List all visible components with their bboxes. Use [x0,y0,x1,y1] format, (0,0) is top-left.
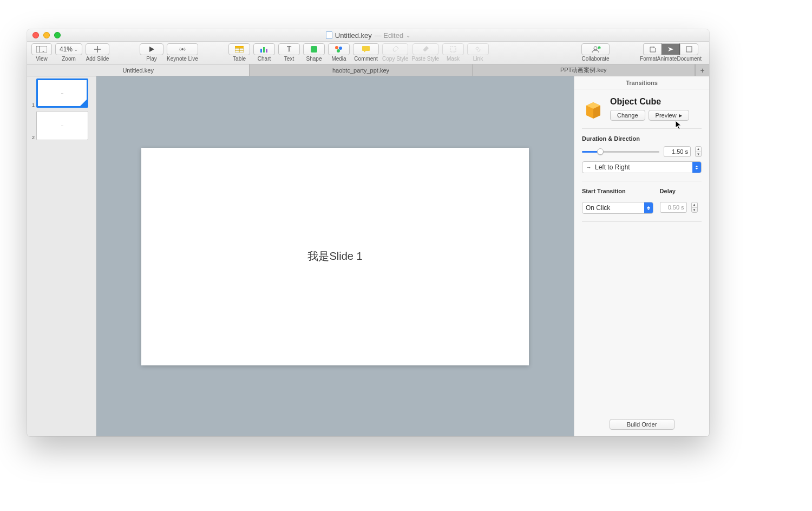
window-title-text: Untitled.key [335,31,372,40]
animate-tab-button[interactable] [662,43,680,55]
duration-section-label: Duration & Direction [582,135,702,142]
svg-rect-0 [36,46,47,53]
add-slide-button[interactable] [86,43,109,55]
transition-name: Object Cube [610,97,702,107]
mask-label: Mask [447,56,460,62]
slide[interactable]: 我是Slide 1 [141,148,529,365]
mask-button[interactable] [442,43,464,55]
transition-marker-icon [80,100,87,106]
svg-rect-20 [450,47,456,52]
animate-label: Animate [657,56,677,62]
duration-field[interactable]: 1.50 s [664,146,691,157]
collaborate-button[interactable]: + [581,43,610,55]
close-window-button[interactable] [32,32,39,38]
slide-canvas[interactable]: 我是Slide 1 [96,76,574,436]
view-button[interactable] [31,43,52,55]
svg-rect-7 [235,46,244,48]
document-tab-button[interactable] [680,43,698,55]
svg-point-16 [339,47,342,50]
zoom-dropdown[interactable]: 41% ⌄ [55,43,82,55]
traffic-lights [27,32,61,38]
keynote-live-label: Keynote Live [167,56,198,62]
select-arrows-icon [692,162,701,173]
chart-label: Chart [258,56,271,62]
stepper-up-icon[interactable]: ▲ [696,147,701,152]
svg-rect-26 [686,47,692,52]
thumb-1-text: -- [61,91,63,95]
duration-stepper[interactable]: ▲▼ [695,146,702,157]
app-window: Untitled.key — Edited ⌄ View 41% ⌄ Zoom … [27,29,709,436]
delay-stepper[interactable]: ▲▼ [691,202,698,213]
svg-rect-12 [263,47,265,53]
inspector-tab-transitions[interactable]: Transitions [574,76,709,89]
build-order-button[interactable]: Build Order [610,419,675,430]
comment-label: Comment [354,56,377,62]
chart-button[interactable] [253,43,275,55]
document-tab-2[interactable]: haobtc_party_ppt.key [250,64,472,76]
inspector-panel: Transitions Object Cube Change Preview [574,76,709,436]
svg-point-24 [653,47,654,48]
document-tabs: Untitled.key haobtc_party_ppt.key PPT动画案… [27,64,709,76]
play-button[interactable] [140,43,163,55]
svg-marker-2 [42,51,44,52]
chevron-down-icon: ⌄ [74,47,78,52]
direction-value: Left to Right [595,163,630,171]
slide-thumbnail-2[interactable]: -- [36,111,88,140]
add-slide-label: Add Slide [86,56,109,62]
keynote-live-button[interactable] [167,43,198,55]
arrow-right-icon: → [586,164,592,171]
stepper-down-icon[interactable]: ▼ [692,208,697,213]
svg-rect-14 [311,46,317,53]
svg-point-15 [335,46,338,49]
transition-summary: Object Cube Change Preview ▶ [582,97,702,121]
document-tab-3[interactable]: PPT动画案例.key [473,64,695,76]
fullscreen-window-button[interactable] [54,32,61,38]
copy-style-label: Copy Style [382,56,408,62]
cube-icon [582,98,605,121]
document-icon [326,31,332,39]
shape-label: Shape [306,56,322,62]
media-label: Media [331,56,346,62]
start-transition-select[interactable]: On Click [582,202,653,214]
minimize-window-button[interactable] [43,32,50,38]
link-button[interactable] [467,43,489,55]
stepper-down-icon[interactable]: ▼ [696,152,701,157]
select-arrows-icon [644,202,653,213]
preview-button[interactable]: Preview ▶ [649,110,689,121]
text-button[interactable]: T [278,43,300,55]
thumb-number-1: 1 [31,102,35,108]
delay-label: Delay [660,188,702,194]
slide-thumbnail-1[interactable]: -- [36,78,88,108]
duration-slider[interactable] [582,151,659,153]
media-button[interactable] [328,43,350,55]
shape-button[interactable] [303,43,325,55]
play-icon: ▶ [679,113,682,118]
title-chevron-icon[interactable]: ⌄ [406,32,410,38]
delay-field[interactable]: 0.50 s [660,202,687,213]
table-label: Table [233,56,246,62]
table-button[interactable] [228,43,250,55]
titlebar: Untitled.key — Edited ⌄ [27,29,709,42]
paste-style-button[interactable] [412,43,438,55]
collaborate-label: Collaborate [581,56,609,62]
text-label: Text [284,56,294,62]
add-tab-button[interactable]: + [695,64,709,76]
paste-style-label: Paste Style [411,56,439,62]
svg-point-21 [594,47,597,50]
stepper-up-icon[interactable]: ▲ [692,202,697,208]
svg-point-17 [337,49,340,53]
slider-knob[interactable] [597,148,604,155]
svg-rect-11 [260,49,262,53]
thumb-row-2: 2 -- [31,111,91,140]
zoom-label: Zoom [62,56,76,62]
change-button[interactable]: Change [610,110,645,121]
slide-text[interactable]: 我是Slide 1 [307,249,362,264]
copy-style-button[interactable] [382,43,408,55]
direction-select[interactable]: → Left to Right [582,161,702,173]
comment-button[interactable] [353,43,379,55]
format-tab-button[interactable] [643,43,662,55]
play-label: Play [146,56,156,62]
format-label: Format [640,56,657,62]
window-edited-text: — Edited [375,31,403,40]
document-tab-1[interactable]: Untitled.key [27,64,250,76]
